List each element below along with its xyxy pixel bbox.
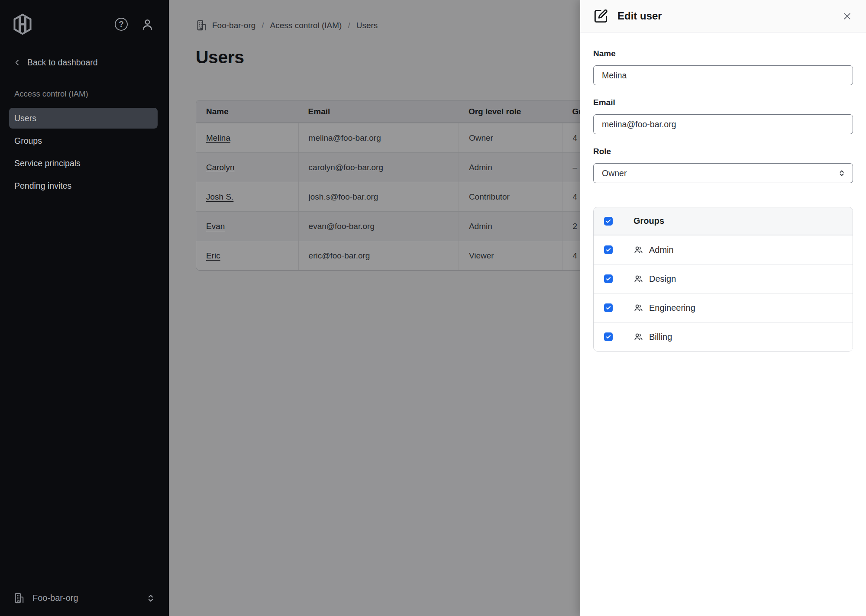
group-label: Design [649,274,676,284]
users-icon [633,245,643,255]
sidebar: Back to dashboard Access control (IAM) U… [0,0,169,616]
group-row-admin: Admin [594,235,853,264]
org-switcher[interactable]: Foo-bar-org [0,586,169,610]
groups-table: Groups [593,207,853,352]
users-icon [633,274,643,284]
close-button[interactable] [842,11,852,21]
select-caret-icon [837,168,847,178]
name-field-label: Name [593,48,853,59]
close-icon [842,11,852,21]
users-icon [633,303,643,313]
edit-icon [593,9,608,24]
users-icon [633,332,643,342]
help-icon [115,18,128,31]
org-switcher-label: Foo-bar-org [32,593,78,603]
sidebar-top-icons [115,18,154,31]
user-icon [141,18,154,31]
name-input[interactable] [593,65,853,85]
user-menu-button[interactable] [141,18,154,31]
hashicorp-logo-icon [12,13,33,35]
building-icon [13,592,25,604]
back-to-dashboard-label: Back to dashboard [27,58,98,68]
role-field-label: Role [593,146,853,157]
select-all-checkbox[interactable] [604,217,613,226]
group-row-design: Design [594,264,853,293]
email-input[interactable] [593,114,853,134]
drawer-body: Name Email Role Owner Groups [580,32,866,352]
role-select[interactable]: Owner [593,163,853,183]
groups-header-row: Groups [594,207,853,235]
group-checkbox[interactable] [604,245,613,254]
group-row-engineering: Engineering [594,293,853,322]
group-checkbox[interactable] [604,303,613,312]
sidebar-item-groups[interactable]: Groups [0,129,169,152]
chevron-left-icon [13,59,21,66]
unfold-icon [145,593,156,603]
group-checkbox[interactable] [604,274,613,283]
sidebar-item-users[interactable]: Users [9,108,158,129]
group-label: Billing [649,332,672,342]
sidebar-nav: Users Groups Service principals Pending … [0,107,169,197]
group-label: Admin [649,245,674,255]
nav-section-label: Access control (IAM) [14,89,169,99]
group-label: Engineering [649,303,695,313]
groups-header-label: Groups [633,216,664,226]
drawer-title: Edit user [617,10,662,22]
app-root: Back to dashboard Access control (IAM) U… [0,0,866,616]
sidebar-item-service-principals[interactable]: Service principals [0,152,169,174]
sidebar-item-pending-invites[interactable]: Pending invites [0,174,169,197]
group-checkbox[interactable] [604,332,613,341]
back-to-dashboard-link[interactable]: Back to dashboard [13,58,169,68]
role-select-value: Owner [602,168,627,178]
group-row-billing: Billing [594,322,853,351]
edit-user-drawer: Edit user Name Email Role Owner [580,0,866,616]
help-button[interactable] [115,18,128,31]
drawer-header: Edit user [580,0,866,32]
email-field-label: Email [593,97,853,108]
sidebar-top [0,0,169,35]
